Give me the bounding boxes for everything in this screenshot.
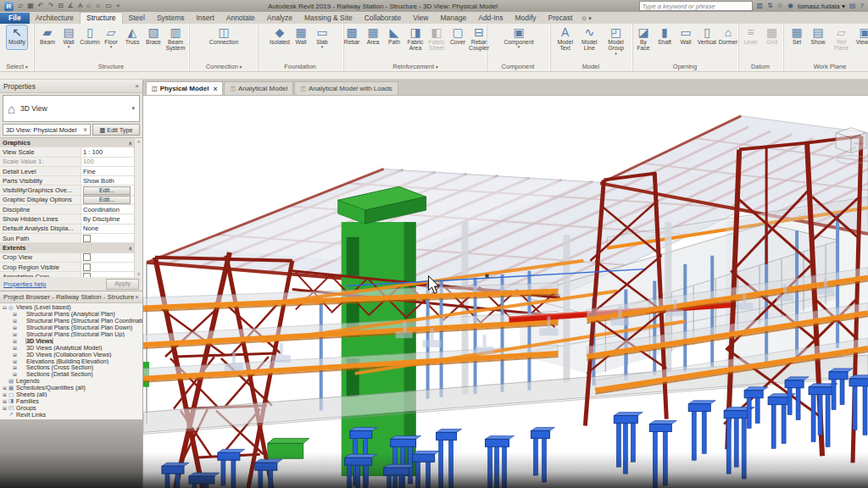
ribbon-tab[interactable]: View bbox=[407, 13, 434, 24]
tool-button[interactable]: ▦ Area bbox=[363, 25, 383, 49]
property-value[interactable]: Coordination bbox=[81, 205, 135, 214]
expand-toggle-icon[interactable]: ⊞ bbox=[13, 352, 19, 358]
property-value[interactable]: Edit... bbox=[81, 186, 135, 194]
tree-item[interactable]: ⊞ ▦ Schedules/Quantities (all) bbox=[0, 385, 142, 391]
property-value[interactable]: 100 bbox=[81, 158, 135, 166]
tool-button[interactable]: ▦ Set bbox=[787, 25, 807, 49]
close-icon[interactable]: × bbox=[135, 293, 139, 301]
tool-button[interactable]: ↖ Modify bbox=[7, 25, 27, 49]
view-tab[interactable]: ◫ Analytical Model bbox=[224, 81, 293, 95]
tool-button[interactable]: ◪ By Face bbox=[633, 25, 654, 56]
expand-toggle-icon[interactable]: ⊞ bbox=[3, 385, 8, 391]
tool-button[interactable]: ▯ Column bbox=[80, 25, 100, 49]
tool-button[interactable]: ◰ Model Group ▾ bbox=[602, 25, 630, 56]
tree-item[interactable]: ⊞ Structural Plans (Structural Plan Coor… bbox=[0, 318, 142, 324]
view-tab[interactable]: ◫ Analytical Model with Loads bbox=[294, 81, 398, 95]
print-icon[interactable]: ⊟ bbox=[58, 2, 64, 10]
apply-button[interactable]: Apply bbox=[106, 279, 139, 290]
panel-label[interactable]: Connection▾ bbox=[190, 62, 258, 71]
expand-toggle-icon[interactable]: ⊞ bbox=[13, 345, 19, 351]
help-search-input[interactable]: Type a keyword or phrase bbox=[639, 1, 753, 11]
tree-item[interactable]: ↗ Revit Links bbox=[0, 411, 142, 418]
panel-label[interactable]: Datum bbox=[739, 62, 783, 71]
open-icon[interactable]: ▱ bbox=[18, 2, 23, 10]
expand-toggle-icon[interactable]: ⊞ bbox=[13, 364, 19, 370]
property-value[interactable]: Show Both bbox=[81, 176, 135, 185]
checkbox[interactable] bbox=[83, 263, 91, 271]
panel-label[interactable]: Work Plane bbox=[784, 62, 868, 71]
sign-in-icon[interactable]: ◉ bbox=[787, 2, 793, 10]
expand-toggle-icon[interactable]: ⊟ bbox=[3, 304, 8, 310]
tree-item[interactable]: ⊞ 3D Views (Collaboration Views) bbox=[0, 351, 142, 358]
checkbox[interactable] bbox=[83, 273, 91, 277]
ribbon-tab[interactable]: Systems bbox=[151, 13, 191, 24]
property-value[interactable]: By Discipline bbox=[81, 214, 135, 223]
view-tab[interactable]: ◫ Physical Model × bbox=[146, 81, 223, 95]
ribbon-tab[interactable]: File bbox=[0, 13, 30, 24]
tree-item[interactable]: ⊞ Structural Plans (Analytical Plan) bbox=[0, 311, 142, 318]
panel-label[interactable]: Component bbox=[487, 62, 550, 71]
undo-icon[interactable]: ↶ bbox=[38, 2, 44, 10]
panel-label[interactable]: Model bbox=[551, 62, 632, 71]
panel-label[interactable]: Opening bbox=[633, 62, 738, 71]
tool-button[interactable]: ◧ Fabric Sheet bbox=[426, 25, 447, 56]
type-selector[interactable]: ⌂ 3D View ▾ bbox=[3, 95, 140, 122]
expand-toggle-icon[interactable]: ⊞ bbox=[13, 324, 19, 330]
tool-button[interactable]: ▱ Ref Plane bbox=[829, 25, 854, 56]
tree-item[interactable]: ⊞ ◨ Families bbox=[0, 397, 142, 404]
tool-button[interactable]: ▭ Wall bbox=[676, 25, 696, 49]
model-canvas[interactable]: .cap{fill:#2a62d8;stroke:#123a8e;stroke-… bbox=[143, 96, 868, 488]
tool-button[interactable]: ◆ Isolated bbox=[270, 25, 290, 49]
expand-toggle-icon[interactable]: ⊞ bbox=[13, 318, 19, 324]
property-value[interactable]: None bbox=[81, 225, 135, 233]
ribbon-tab[interactable]: Manage bbox=[435, 13, 473, 24]
tree-item[interactable]: ⊞ Sections (Detail Section) bbox=[0, 371, 142, 378]
tool-button[interactable]: ▣ Component ▾ bbox=[504, 25, 533, 49]
tool-button[interactable]: ▯ Vertical bbox=[697, 25, 717, 49]
property-value[interactable]: 1 : 100 bbox=[81, 147, 135, 156]
tree-item[interactable]: ⊞ Structural Plans (Structural Plan Up) bbox=[0, 331, 142, 338]
ribbon-tab[interactable]: Massing & Site bbox=[298, 13, 359, 24]
tool-button[interactable]: ▩ Rebar bbox=[342, 25, 362, 49]
panel-label[interactable]: Foundation bbox=[259, 62, 343, 71]
tool-button[interactable]: ≡ Level bbox=[741, 25, 761, 49]
expand-toggle-icon[interactable]: ⊞ bbox=[13, 371, 19, 377]
property-value[interactable]: Edit... bbox=[81, 196, 135, 204]
redo-icon[interactable]: ↷ bbox=[47, 2, 53, 10]
ribbon-tab[interactable]: Analyze bbox=[261, 13, 298, 24]
tool-button[interactable]: ⌂ Dormer bbox=[718, 25, 738, 49]
property-value[interactable] bbox=[125, 138, 129, 147]
tool-button[interactable]: ▦ Wall bbox=[291, 25, 311, 49]
search-library-icon[interactable]: ▥ bbox=[757, 2, 764, 10]
ribbon-tab[interactable]: Annotate bbox=[220, 13, 261, 24]
expand-toggle-icon[interactable]: ⊞ bbox=[13, 338, 19, 344]
tool-button[interactable]: ▦ Grid bbox=[762, 25, 782, 49]
tool-button[interactable]: ◭ Truss bbox=[122, 25, 142, 49]
tool-button[interactable]: ◫ Connection bbox=[209, 25, 238, 49]
expand-toggle-icon[interactable]: ⊞ bbox=[3, 398, 8, 404]
close-inactive-icon[interactable]: × bbox=[116, 2, 120, 10]
app-store-icon[interactable]: ▤ bbox=[849, 2, 856, 10]
save-icon[interactable]: ▦ bbox=[27, 2, 34, 10]
expand-toggle-icon[interactable]: ⊞ bbox=[3, 391, 8, 397]
tool-button[interactable]: ▢ Cover bbox=[448, 25, 468, 49]
tool-button[interactable]: ▰ Beam bbox=[37, 25, 58, 49]
tool-button[interactable]: ▧ Brace bbox=[143, 25, 164, 49]
ribbon-options-icon[interactable]: ⊙ ▾ bbox=[581, 15, 591, 22]
tree-item[interactable]: ⊟ ◎ Views (Level based) bbox=[0, 304, 142, 311]
property-value[interactable] bbox=[81, 234, 135, 242]
tool-button[interactable]: ▣ Viewer bbox=[854, 25, 868, 49]
tool-button[interactable]: ▤ Wall ▾ bbox=[58, 25, 79, 49]
tool-button[interactable]: A Model Text bbox=[554, 25, 576, 56]
ribbon-tab[interactable]: Steel bbox=[123, 13, 151, 24]
ribbon-tab[interactable]: Structure bbox=[80, 12, 123, 24]
tool-button[interactable]: ◨ Fabric Area bbox=[405, 25, 426, 56]
tool-button[interactable]: ◣ Path bbox=[384, 25, 404, 49]
communication-center-icon[interactable]: ⇅ bbox=[767, 2, 773, 10]
close-tab-icon[interactable]: × bbox=[213, 85, 217, 93]
sun-icon[interactable]: ☼ bbox=[95, 2, 101, 10]
panel-label[interactable]: Structure bbox=[35, 62, 189, 71]
3d-view-icon[interactable]: ⌂ bbox=[86, 2, 91, 10]
revit-logo[interactable]: R bbox=[4, 2, 14, 11]
tool-button[interactable]: ▭ Slab ▾ bbox=[312, 25, 332, 49]
